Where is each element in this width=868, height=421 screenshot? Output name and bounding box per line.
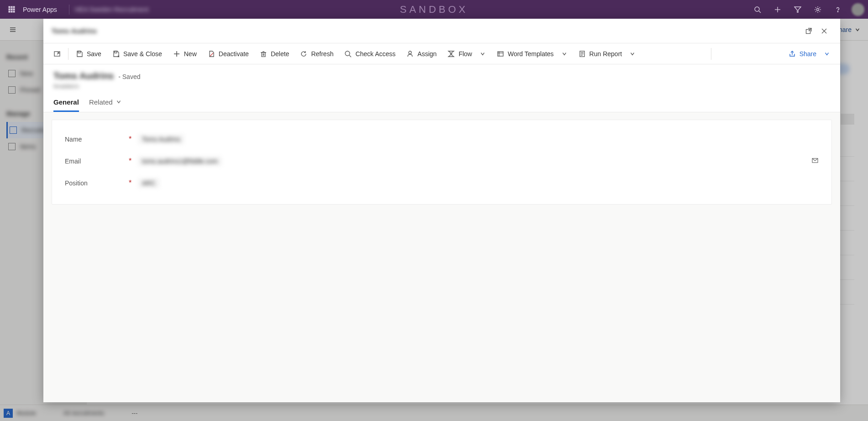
modal-command-bar: Save Save & Close New Deactivate Delete … [43,43,840,64]
cmd-label: Delete [271,50,289,58]
check-access-button[interactable]: Check Access [339,46,401,62]
field-name: Name * Toms Audrins [65,128,819,150]
field-label: Email [65,158,129,165]
svg-point-39 [409,51,411,54]
help-icon[interactable] [829,0,847,19]
share-button[interactable]: Share [783,46,836,62]
assign-button[interactable]: Assign [401,46,442,62]
close-icon[interactable] [816,23,832,39]
required-marker: * [129,179,133,187]
svg-point-37 [345,51,350,56]
svg-rect-6 [9,11,10,12]
svg-line-31 [210,53,213,56]
cmd-label: Word Templates [508,50,554,58]
sandbox-watermark: SANDBOX [400,4,468,16]
svg-rect-26 [115,51,117,53]
modal-title: Toms Audrins [52,27,97,35]
svg-rect-0 [9,6,10,8]
environment-label[interactable]: HEA Sweden Recruitment [75,6,149,13]
record-subtitle: Ievadators [53,83,830,89]
divider [68,48,68,60]
svg-rect-25 [78,51,80,53]
filter-icon[interactable] [789,0,807,19]
cmd-label: Assign [417,50,437,58]
popout-icon[interactable] [801,23,816,39]
save-button[interactable]: Save [70,46,107,62]
cmd-label: Flow [458,50,472,58]
position-input[interactable]: ARC [138,178,160,188]
svg-rect-7 [11,11,12,12]
cmd-label: Save & Close [123,50,162,58]
svg-rect-2 [13,6,15,8]
cmd-label: Run Report [589,50,622,58]
form-card: Name * Toms Audrins Email * toms.audrins… [52,120,832,205]
record-save-status: - Saved [118,73,140,80]
tab-label: Related [89,98,113,106]
mail-icon[interactable] [811,157,819,166]
required-marker: * [129,157,133,165]
svg-rect-32 [262,53,265,57]
run-report-button[interactable]: Run Report [573,46,642,62]
svg-marker-40 [448,51,454,57]
tab-related[interactable]: Related [89,93,122,112]
cmd-label: Share [800,50,816,58]
cmd-label: Save [87,50,101,58]
cmd-label: Check Access [355,50,395,58]
search-icon[interactable] [748,0,767,19]
required-marker: * [129,135,133,143]
record-header: Toms Audrins - Saved Ievadators [43,64,840,93]
delete-button[interactable]: Delete [254,46,295,62]
field-position: Position * ARC [65,172,819,194]
tab-label: General [53,98,79,106]
svg-rect-8 [13,11,15,12]
field-label: Position [65,179,129,187]
add-icon[interactable] [768,0,787,19]
cmd-label: Deactivate [219,50,249,58]
global-topbar: Power Apps HEA Sweden Recruitment SANDBO… [0,0,868,19]
user-avatar[interactable] [852,3,864,16]
name-input[interactable]: Toms Audrins [138,134,184,144]
command-open-new[interactable] [48,46,66,62]
svg-rect-3 [9,9,10,10]
svg-point-9 [755,7,759,11]
record-tabs: General Related [43,93,840,112]
svg-rect-5 [13,9,15,10]
svg-rect-41 [498,52,503,56]
divider [69,5,69,15]
record-name: Toms Audrins [53,71,114,81]
cmd-label: Refresh [311,50,333,58]
modal-header: Toms Audrins [43,19,840,43]
svg-marker-13 [794,7,801,12]
refresh-button[interactable]: Refresh [295,46,339,62]
svg-line-38 [349,55,351,57]
field-email: Email * toms.audrins1@fiddle.com [65,150,819,172]
app-launcher-icon[interactable] [4,0,20,19]
svg-rect-1 [11,6,12,8]
word-templates-button[interactable]: Word Templates [491,46,573,62]
tab-general[interactable]: General [53,93,79,112]
svg-line-10 [759,11,761,13]
gear-icon[interactable] [809,0,827,19]
svg-rect-4 [11,9,12,10]
cmd-label: New [184,50,197,58]
flow-button[interactable]: Flow [442,46,491,62]
deactivate-button[interactable]: Deactivate [202,46,254,62]
app-label[interactable]: Power Apps [23,6,57,13]
svg-point-14 [817,8,819,11]
svg-point-15 [837,11,838,11]
save-close-button[interactable]: Save & Close [107,46,168,62]
new-button[interactable]: New [168,46,202,62]
form-area: Name * Toms Audrins Email * toms.audrins… [43,112,840,402]
divider [711,48,711,60]
email-input[interactable]: toms.audrins1@fiddle.com [138,156,222,166]
field-label: Name [65,136,129,143]
record-modal: Toms Audrins Save Save & Close New Deact… [43,19,840,402]
